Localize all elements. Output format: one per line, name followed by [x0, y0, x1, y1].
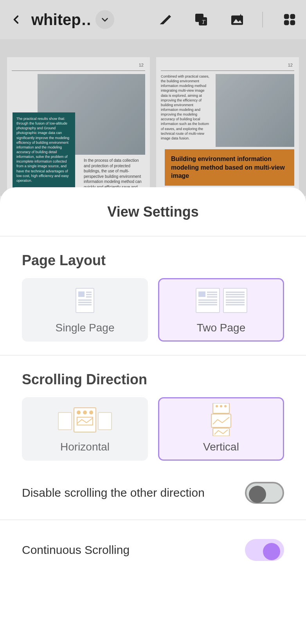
svg-point-41: [220, 405, 222, 407]
option-two-page[interactable]: Two Page: [158, 278, 284, 342]
vertical-scroll-icon: [207, 405, 235, 434]
two-page-icon: [194, 286, 248, 315]
option-horizontal[interactable]: Horizontal: [22, 397, 148, 461]
svg-rect-33: [98, 412, 112, 430]
svg-rect-5: [284, 14, 289, 19]
svg-rect-43: [211, 414, 231, 427]
page-image: [216, 74, 294, 147]
option-vertical[interactable]: Vertical: [158, 397, 284, 461]
page-right: 12 Combined with practical cases, the bu…: [156, 57, 299, 196]
toggle-knob: [249, 486, 266, 503]
section-page-layout: Page Layout Single Page Two Page: [0, 237, 306, 355]
page-number: 12: [139, 63, 144, 67]
single-page-icon: [71, 286, 99, 315]
toggle-knob: [263, 543, 280, 560]
document-preview[interactable]: 12 The practical results show that: thro…: [0, 39, 306, 196]
page-number: 12: [288, 63, 293, 67]
svg-rect-32: [58, 412, 72, 430]
toggle-label: Continuous Scrolling: [22, 543, 130, 557]
horizontal-scroll-icon: [58, 405, 112, 434]
option-label: Horizontal: [60, 441, 110, 453]
option-single-page[interactable]: Single Page: [22, 278, 148, 342]
top-bar: whitep… T: [0, 0, 306, 39]
svg-rect-39: [213, 403, 229, 413]
section-scrolling-direction: Scrolling Direction Horizontal: [0, 356, 306, 474]
svg-point-42: [224, 405, 227, 407]
text-image-tool[interactable]: T: [192, 10, 211, 29]
row-continuous-scrolling: Continuous Scrolling: [0, 520, 306, 577]
highlighter-icon: [158, 13, 172, 27]
svg-point-40: [216, 405, 218, 407]
svg-rect-8: [290, 20, 295, 25]
page-body-text: Combined with practical cases, the build…: [161, 74, 212, 147]
option-label: Vertical: [203, 441, 239, 453]
document-title[interactable]: whitep…: [31, 11, 90, 29]
chevron-down-icon: [101, 15, 109, 24]
svg-rect-6: [290, 14, 295, 19]
svg-point-35: [77, 411, 81, 414]
image-sparkle-icon: [230, 13, 244, 27]
page-left: 12 The practical results show that: thro…: [7, 57, 150, 196]
svg-rect-7: [284, 20, 289, 25]
page-banner: Building environment information modelin…: [165, 149, 294, 186]
highlighter-tool[interactable]: [156, 10, 175, 29]
option-label: Two Page: [197, 322, 246, 334]
toggle-disable-scroll[interactable]: [245, 482, 284, 504]
svg-point-36: [83, 411, 87, 414]
image-enhance-tool[interactable]: [228, 10, 247, 29]
back-arrow-icon: [11, 14, 22, 25]
svg-rect-18: [198, 291, 205, 297]
grid-apps-icon: [283, 13, 296, 26]
toggle-continuous-scrolling[interactable]: [245, 539, 284, 561]
section-heading: Page Layout: [22, 252, 284, 269]
toolbar-divider: [262, 12, 263, 27]
page-callout: The practical results show that: through…: [13, 112, 75, 195]
svg-point-37: [89, 411, 93, 414]
section-heading: Scrolling Direction: [22, 371, 284, 388]
toggle-label: Disable scrolling the other direction: [22, 486, 205, 499]
view-settings-sheet: View Settings Page Layout Single Page Tw…: [0, 187, 306, 644]
sheet-title: View Settings: [0, 187, 306, 236]
option-label: Single Page: [55, 322, 114, 334]
svg-rect-3: [231, 16, 243, 25]
text-image-icon: T: [194, 13, 208, 27]
svg-rect-10: [78, 291, 85, 297]
apps-button[interactable]: [280, 10, 299, 29]
title-dropdown-button[interactable]: [95, 10, 114, 29]
row-disable-scroll: Disable scrolling the other direction: [0, 474, 306, 519]
back-button[interactable]: [7, 10, 26, 29]
